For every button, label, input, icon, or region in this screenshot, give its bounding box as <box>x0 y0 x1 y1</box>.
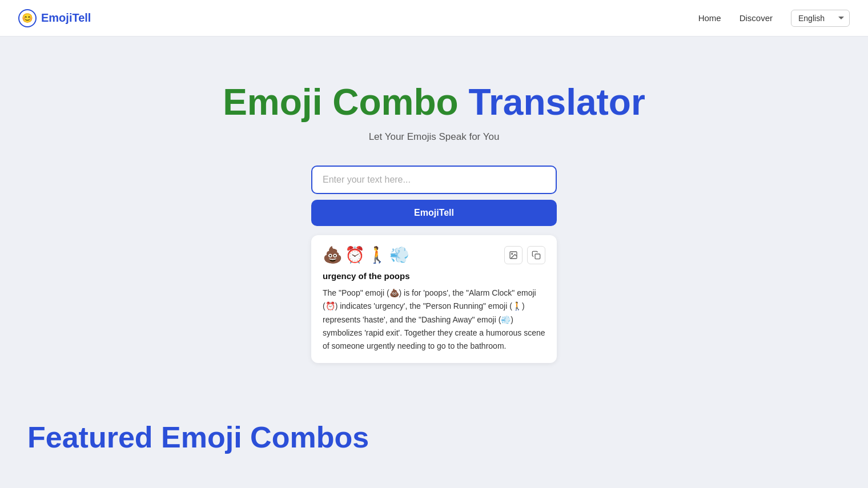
hero-section: Emoji Combo Translator Let Your Emojis S… <box>0 37 868 397</box>
brand-icon: 😊 <box>18 9 37 27</box>
brand-logo[interactable]: 😊 EmojiTell <box>18 9 91 27</box>
result-description: The "Poop" emoji (💩) is for 'poops', the… <box>323 287 545 352</box>
result-card: 💩⏰🚶💨 <box>311 235 557 362</box>
svg-rect-2 <box>535 254 540 259</box>
svg-point-1 <box>512 253 513 255</box>
result-card-header: 💩⏰🚶💨 <box>323 245 545 264</box>
image-button[interactable] <box>504 246 523 264</box>
language-select[interactable]: EnglishSpanishFrenchGermanJapanese <box>791 10 850 27</box>
title-word-combo: Combo <box>332 82 458 123</box>
result-emojis: 💩⏰🚶💨 <box>323 245 412 264</box>
title-word-emoji: Emoji <box>223 82 322 123</box>
title-word-translator: Translator <box>468 82 645 123</box>
result-title: urgency of the poops <box>323 271 545 281</box>
emojitell-button[interactable]: EmojiTell <box>311 200 557 226</box>
featured-section: Featured Emoji Combos <box>0 397 868 466</box>
nav-home[interactable]: Home <box>698 13 721 23</box>
nav-links: Home Discover EnglishSpanishFrenchGerman… <box>698 10 850 27</box>
hero-subtitle: Let Your Emojis Speak for You <box>369 131 500 143</box>
brand-name: EmojiTell <box>41 11 91 25</box>
image-icon <box>509 251 518 260</box>
input-container: EmojiTell 💩⏰🚶💨 <box>311 166 557 362</box>
text-input[interactable] <box>311 166 557 194</box>
copy-icon <box>532 251 541 260</box>
hero-title: Emoji Combo Translator <box>223 82 645 122</box>
navbar: 😊 EmojiTell Home Discover EnglishSpanish… <box>0 0 868 37</box>
featured-title: Featured Emoji Combos <box>27 420 841 454</box>
copy-button[interactable] <box>527 246 545 264</box>
result-action-icons <box>504 246 545 264</box>
nav-discover[interactable]: Discover <box>740 13 773 23</box>
